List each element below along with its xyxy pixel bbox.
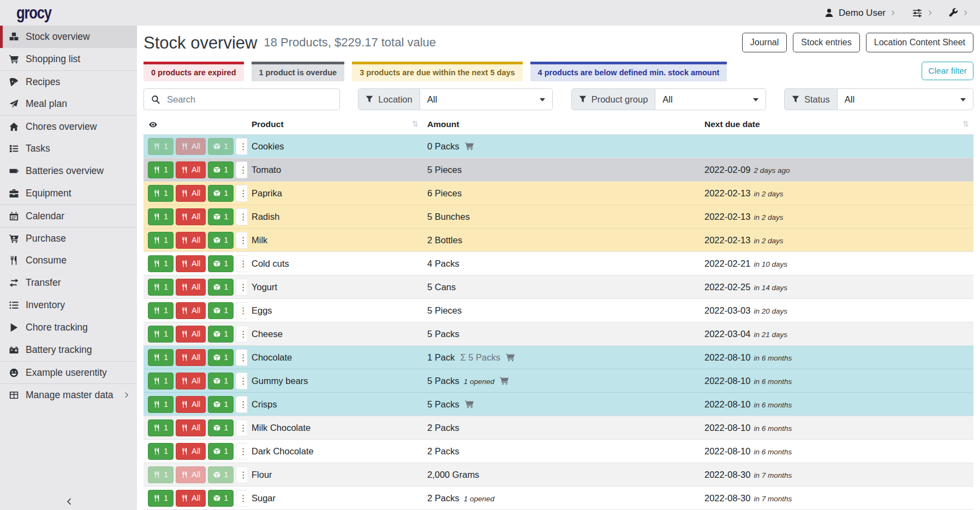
consume-all-button[interactable]: All [176, 326, 206, 343]
consume-one-button[interactable]: 1 [148, 466, 174, 483]
location-content-sheet-button[interactable]: Location Content Sheet [866, 33, 973, 52]
product-group-select[interactable]: All [655, 88, 766, 110]
consume-all-button[interactable]: All [176, 185, 206, 202]
consume-one-button[interactable]: 1 [148, 349, 174, 366]
row-menu-button[interactable]: ⋮ [236, 443, 247, 460]
open-one-button[interactable]: 1 [208, 443, 234, 460]
consume-all-button[interactable]: All [176, 349, 206, 366]
open-one-button[interactable]: 1 [208, 138, 234, 155]
consume-all-button[interactable]: All [176, 208, 206, 225]
sidebar-item-stock-overview[interactable]: Stock overview [0, 26, 137, 48]
sidebar-collapse-button[interactable] [0, 497, 137, 506]
shopping-cart-icon[interactable] [505, 353, 515, 362]
filter-chip-due-soon[interactable]: 3 products are due within the next 5 day… [352, 62, 522, 81]
open-one-button[interactable]: 1 [208, 326, 234, 343]
sidebar-item-recipes[interactable]: Recipes [0, 70, 137, 93]
filter-chip-overdue[interactable]: 1 product is overdue [252, 62, 345, 81]
sidebar-item-purchase[interactable]: Purchase [0, 227, 137, 249]
row-menu-button[interactable]: ⋮ [236, 138, 247, 155]
location-select[interactable]: All [420, 88, 553, 110]
grocy-logo[interactable]: grocy [16, 3, 51, 23]
open-one-button[interactable]: 1 [208, 161, 234, 178]
row-menu-button[interactable]: ⋮ [236, 208, 247, 225]
row-menu-button[interactable]: ⋮ [236, 349, 247, 366]
search-input[interactable] [160, 94, 339, 105]
row-menu-button[interactable]: ⋮ [236, 161, 247, 178]
eye-icon[interactable] [148, 121, 158, 129]
row-menu-button[interactable]: ⋮ [236, 232, 247, 249]
sidebar-item-transfer[interactable]: Transfer [0, 272, 137, 294]
admin-menu[interactable] [949, 8, 969, 17]
filter-chip-expired[interactable]: 0 products are expired [144, 62, 244, 81]
consume-all-button[interactable]: All [176, 279, 206, 296]
row-menu-button[interactable]: ⋮ [236, 373, 247, 389]
row-menu-button[interactable]: ⋮ [236, 326, 247, 343]
sidebar-item-inventory[interactable]: Inventory [0, 294, 137, 316]
sidebar-item-chores-overview[interactable]: Chores overview [0, 115, 137, 137]
shopping-cart-icon[interactable] [464, 400, 474, 409]
open-one-button[interactable]: 1 [208, 396, 234, 413]
open-one-button[interactable]: 1 [208, 419, 234, 436]
sidebar-item-batteries-overview[interactable]: Batteries overview [0, 160, 137, 182]
row-menu-button[interactable]: ⋮ [236, 302, 247, 319]
sidebar-item-manage-master-data[interactable]: Manage master data [0, 383, 137, 406]
open-one-button[interactable]: 1 [208, 279, 234, 296]
sidebar-item-consume[interactable]: Consume [0, 249, 137, 272]
user-menu[interactable]: Demo User [824, 8, 897, 19]
row-menu-button[interactable]: ⋮ [236, 419, 247, 436]
consume-one-button[interactable]: 1 [148, 326, 174, 343]
sidebar-item-shopping-list[interactable]: Shopping list [0, 48, 137, 70]
consume-one-button[interactable]: 1 [148, 185, 174, 202]
status-filter-label[interactable]: Status [784, 88, 838, 110]
row-menu-button[interactable]: ⋮ [236, 255, 247, 272]
sidebar-item-calendar[interactable]: Calendar [0, 205, 137, 227]
open-one-button[interactable]: 1 [208, 185, 234, 202]
consume-all-button[interactable]: All [176, 302, 206, 319]
sidebar-item-tasks[interactable]: Tasks [0, 137, 137, 160]
sidebar-item-battery-tracking[interactable]: Battery tracking [0, 339, 137, 361]
consume-all-button[interactable]: All [176, 161, 206, 178]
row-menu-button[interactable]: ⋮ [236, 185, 247, 202]
consume-one-button[interactable]: 1 [148, 490, 174, 507]
consume-one-button[interactable]: 1 [148, 373, 174, 389]
location-filter-label[interactable]: Location [358, 88, 420, 110]
consume-all-button[interactable]: All [176, 419, 206, 436]
row-menu-button[interactable]: ⋮ [236, 490, 247, 507]
consume-one-button[interactable]: 1 [148, 443, 174, 460]
consume-all-button[interactable]: All [176, 232, 206, 249]
filter-chip-below-min[interactable]: 4 products are below defined min. stock … [530, 62, 727, 81]
sidebar-item-chore-tracking[interactable]: Chore tracking [0, 316, 137, 339]
consume-one-button[interactable]: 1 [148, 138, 174, 155]
open-one-button[interactable]: 1 [208, 255, 234, 272]
consume-all-button[interactable]: All [176, 443, 206, 460]
open-one-button[interactable]: 1 [208, 490, 234, 507]
open-one-button[interactable]: 1 [208, 302, 234, 319]
consume-all-button[interactable]: All [176, 255, 206, 272]
consume-one-button[interactable]: 1 [148, 279, 174, 296]
journal-button[interactable]: Journal [742, 33, 787, 52]
row-menu-button[interactable]: ⋮ [236, 466, 247, 483]
consume-all-button[interactable]: All [176, 490, 206, 507]
open-one-button[interactable]: 1 [208, 208, 234, 225]
row-menu-button[interactable]: ⋮ [236, 279, 247, 296]
sidebar-item-meal-plan[interactable]: Meal plan [0, 93, 137, 115]
consume-one-button[interactable]: 1 [148, 161, 174, 178]
open-one-button[interactable]: 1 [208, 466, 234, 483]
open-one-button[interactable]: 1 [208, 349, 234, 366]
consume-one-button[interactable]: 1 [148, 208, 174, 225]
consume-all-button[interactable]: All [176, 466, 206, 483]
sidebar-item-example-userentity[interactable]: Example userentity [0, 361, 137, 383]
row-menu-button[interactable]: ⋮ [236, 396, 247, 413]
consume-all-button[interactable]: All [176, 373, 206, 389]
consume-one-button[interactable]: 1 [148, 232, 174, 249]
clear-filter-button[interactable]: Clear filter [922, 62, 973, 80]
column-header-amount[interactable]: Amount [423, 117, 700, 135]
column-header-next-due-date[interactable]: Next due date⇅ [700, 117, 973, 135]
open-one-button[interactable]: 1 [208, 232, 234, 249]
open-one-button[interactable]: 1 [208, 373, 234, 389]
consume-all-button[interactable]: All [176, 138, 206, 155]
column-header-product[interactable]: Product⇅ [247, 117, 423, 135]
consume-one-button[interactable]: 1 [148, 255, 174, 272]
stock-entries-button[interactable]: Stock entries [793, 33, 859, 52]
consume-one-button[interactable]: 1 [148, 419, 174, 436]
